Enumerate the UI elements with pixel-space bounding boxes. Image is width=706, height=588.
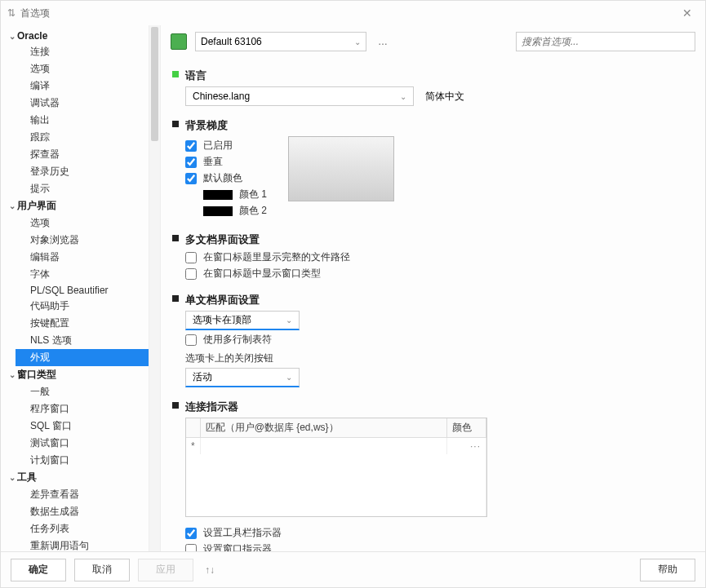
section-marker xyxy=(172,121,179,127)
nav-item[interactable]: 调试器 xyxy=(27,95,149,112)
chevron-down-icon: ⌄ xyxy=(7,32,17,41)
gradient-enabled-checkbox[interactable] xyxy=(185,140,197,152)
checkbox-label: 在窗口标题中显示窗口类型 xyxy=(203,267,321,281)
nav-item[interactable]: 重新调用语句 xyxy=(27,537,149,551)
search-input[interactable] xyxy=(516,32,695,51)
table-cell-match[interactable] xyxy=(200,438,446,455)
settings-scroll[interactable]: 语言 Chinese.lang ⌄ 简体中文 背景梯度 xyxy=(161,58,705,551)
nav-item[interactable]: 数据生成器 xyxy=(27,503,149,520)
checkbox-label: 设置工具栏指示器 xyxy=(203,526,282,540)
checkbox-label: 已启用 xyxy=(203,139,233,153)
nav-item[interactable]: 计划窗口 xyxy=(27,452,149,469)
nav-item[interactable]: 一般 xyxy=(27,383,149,400)
content-toolbar: Default 63106 ⌄ … xyxy=(161,25,705,58)
tab-position-select[interactable]: 选项卡在顶部 ⌄ xyxy=(185,311,300,330)
nav-item[interactable]: 测试窗口 xyxy=(27,435,149,452)
nav-item[interactable]: 连接 xyxy=(27,43,149,60)
select-value: 选项卡在顶部 xyxy=(193,313,251,327)
profile-more-button[interactable]: … xyxy=(375,36,391,47)
nav-item[interactable]: 任务列表 xyxy=(27,520,149,537)
profile-select[interactable]: Default 63106 ⌄ xyxy=(195,32,366,51)
nav-item[interactable]: 选项 xyxy=(27,60,149,77)
checkbox-label: 在窗口标题里显示完整的文件路径 xyxy=(203,250,350,264)
indicator-table[interactable]: 匹配（用户@数据库 {ed,ws}） 颜色 * ··· xyxy=(185,418,487,517)
nav-item[interactable]: 探查器 xyxy=(27,146,149,163)
color2-swatch[interactable] xyxy=(203,206,233,216)
nav-item[interactable]: 对象浏览器 xyxy=(27,232,149,249)
field-label: 选项卡上的关闭按钮 xyxy=(185,351,273,365)
nav-tree[interactable]: ⌄ Oracle 连接 选项 编译 调试器 输出 跟踪 探查器 登录历史 提示 xyxy=(1,25,149,551)
close-icon[interactable]: ✕ xyxy=(676,3,699,23)
nav-item[interactable]: 登录历史 xyxy=(27,163,149,180)
chevron-down-icon: ⌄ xyxy=(7,201,17,210)
mdi-fullpath-checkbox[interactable] xyxy=(185,252,197,263)
table-empty-area xyxy=(186,454,486,516)
checkbox-label: 设置窗口指示器 xyxy=(203,542,272,551)
chevron-down-icon: ⌄ xyxy=(400,92,406,101)
checkbox-label: 默认颜色 xyxy=(203,171,242,185)
nav-group-tools[interactable]: ⌄ 工具 xyxy=(4,469,149,486)
help-button[interactable]: 帮助 xyxy=(640,559,695,581)
nav-group-wintype[interactable]: ⌄ 窗口类型 xyxy=(4,366,149,383)
window-title: 首选项 xyxy=(20,7,50,20)
color-label: 颜色 1 xyxy=(239,188,267,201)
chevron-down-icon: ⌄ xyxy=(7,370,17,379)
nav-item[interactable]: 程序窗口 xyxy=(27,400,149,418)
sdi-multiline-checkbox[interactable] xyxy=(185,334,197,346)
chevron-down-icon: ⌄ xyxy=(286,373,292,382)
language-select[interactable]: Chinese.lang ⌄ xyxy=(185,86,414,106)
language-value: Chinese.lang xyxy=(193,91,250,102)
nav-item[interactable]: PL/SQL Beautifier xyxy=(27,283,149,298)
nav-group-label: 窗口类型 xyxy=(17,368,56,382)
nav-group-oracle[interactable]: ⌄ Oracle xyxy=(4,29,149,43)
dialog-footer: 确定 取消 应用 ↑↓ 帮助 xyxy=(1,551,705,587)
ok-button[interactable]: 确定 xyxy=(11,559,66,581)
chevron-down-icon: ⌄ xyxy=(354,38,361,46)
section-title: 单文档界面设置 xyxy=(184,294,690,307)
nav-item-appearance[interactable]: 外观 xyxy=(16,349,149,366)
nav-item[interactable]: 编辑器 xyxy=(27,249,149,266)
section-marker xyxy=(172,402,179,409)
section-mdi: 多文档界面设置 在窗口标题里显示完整的文件路径 在窗口标题中显示窗口类型 xyxy=(175,230,690,281)
cancel-button[interactable]: 取消 xyxy=(74,559,130,581)
sidebar-scrollbar[interactable] xyxy=(149,25,160,551)
section-title: 背景梯度 xyxy=(184,119,690,133)
language-display: 简体中文 xyxy=(425,90,464,104)
nav-item[interactable]: 编译 xyxy=(27,77,149,95)
color1-swatch[interactable] xyxy=(203,190,233,200)
nav-item[interactable]: 代码助手 xyxy=(27,298,149,315)
section-gradient: 背景梯度 已启用 垂直 xyxy=(175,116,690,220)
nav-item[interactable]: 按键配置 xyxy=(27,315,149,332)
color-label: 颜色 2 xyxy=(239,204,267,218)
table-cell-color-picker[interactable]: ··· xyxy=(447,438,486,455)
nav-group-ui[interactable]: ⌄ 用户界面 xyxy=(4,197,149,214)
nav-item[interactable]: 跟踪 xyxy=(27,129,149,146)
nav-item[interactable]: SQL 窗口 xyxy=(27,418,149,435)
conn-window-checkbox[interactable] xyxy=(185,544,197,552)
nav-item[interactable]: 差异查看器 xyxy=(27,486,149,503)
nav-item[interactable]: 字体 xyxy=(27,266,149,283)
database-icon xyxy=(171,33,187,50)
close-button-mode-select[interactable]: 活动 ⌄ xyxy=(185,368,300,387)
section-title: 多文档界面设置 xyxy=(184,233,690,247)
apply-button[interactable]: 应用 xyxy=(138,559,193,581)
section-marker xyxy=(172,295,179,302)
scrollbar-thumb[interactable] xyxy=(151,27,158,141)
titlebar: ⇅ 首选项 ✕ xyxy=(1,1,705,25)
settings-icon: ⇅ xyxy=(7,7,16,19)
table-row[interactable]: * ··· xyxy=(186,438,486,455)
nav-item[interactable]: 选项 xyxy=(27,214,149,232)
nav-group-label: 用户界面 xyxy=(17,199,56,213)
conn-toolbar-checkbox[interactable] xyxy=(185,528,197,539)
nav-group-label: Oracle xyxy=(17,30,47,42)
sort-icon[interactable]: ↑↓ xyxy=(202,564,218,576)
profile-value: Default 63106 xyxy=(201,36,262,47)
nav-item[interactable]: NLS 选项 xyxy=(27,332,149,349)
nav-item[interactable]: 输出 xyxy=(27,112,149,129)
section-marker xyxy=(172,235,179,241)
section-sdi: 单文档界面设置 选项卡在顶部 ⌄ 使用多行制表符 xyxy=(175,290,690,387)
gradient-vertical-checkbox[interactable] xyxy=(185,157,197,168)
gradient-default-color-checkbox[interactable] xyxy=(185,173,197,184)
mdi-showtype-checkbox[interactable] xyxy=(185,268,197,280)
nav-item[interactable]: 提示 xyxy=(27,180,149,197)
